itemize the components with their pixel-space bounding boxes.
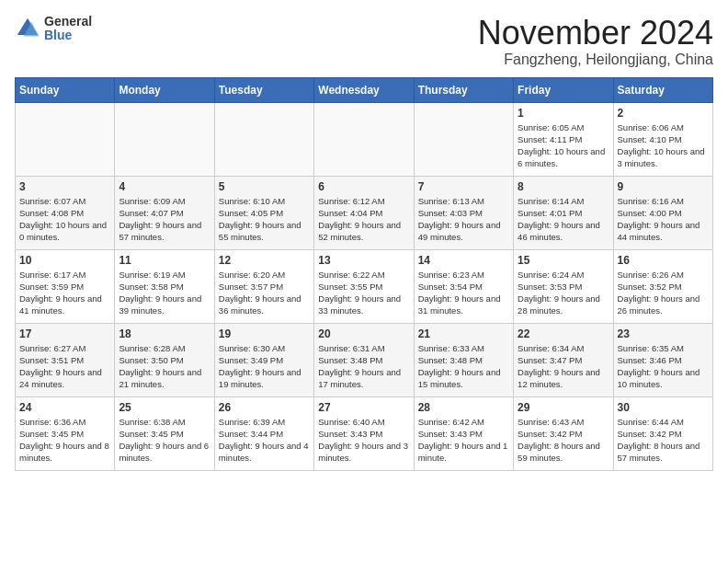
day-number: 13 xyxy=(318,254,409,267)
calendar-cell: 23Sunrise: 6:35 AM Sunset: 3:46 PM Dayli… xyxy=(613,323,712,396)
day-detail: Sunrise: 6:05 AM Sunset: 4:11 PM Dayligh… xyxy=(518,121,609,170)
logo-icon xyxy=(15,16,40,41)
day-number: 25 xyxy=(119,401,210,414)
header-row: SundayMondayTuesdayWednesdayThursdayFrid… xyxy=(16,77,713,102)
calendar-cell: 21Sunrise: 6:33 AM Sunset: 3:48 PM Dayli… xyxy=(414,323,513,396)
day-detail: Sunrise: 6:13 AM Sunset: 4:03 PM Dayligh… xyxy=(418,195,509,244)
day-detail: Sunrise: 6:44 AM Sunset: 3:42 PM Dayligh… xyxy=(618,416,709,465)
day-header-wednesday: Wednesday xyxy=(314,77,414,102)
calendar-cell: 12Sunrise: 6:20 AM Sunset: 3:57 PM Dayli… xyxy=(214,249,313,323)
logo-text: General Blue xyxy=(44,15,92,43)
calendar-cell: 7Sunrise: 6:13 AM Sunset: 4:03 PM Daylig… xyxy=(414,176,513,249)
day-number: 19 xyxy=(219,327,310,340)
day-number: 8 xyxy=(518,180,609,193)
day-detail: Sunrise: 6:12 AM Sunset: 4:04 PM Dayligh… xyxy=(318,195,409,244)
calendar-cell: 19Sunrise: 6:30 AM Sunset: 3:49 PM Dayli… xyxy=(214,323,313,396)
day-number: 26 xyxy=(219,401,310,414)
calendar-cell: 1Sunrise: 6:05 AM Sunset: 4:11 PM Daylig… xyxy=(514,102,613,176)
logo-blue: Blue xyxy=(44,29,92,42)
day-detail: Sunrise: 6:43 AM Sunset: 3:42 PM Dayligh… xyxy=(518,416,609,465)
day-header-friday: Friday xyxy=(514,77,613,102)
day-detail: Sunrise: 6:34 AM Sunset: 3:47 PM Dayligh… xyxy=(518,342,609,391)
calendar-cell: 14Sunrise: 6:23 AM Sunset: 3:54 PM Dayli… xyxy=(414,249,513,323)
day-detail: Sunrise: 6:30 AM Sunset: 3:49 PM Dayligh… xyxy=(219,342,310,391)
calendar-cell: 15Sunrise: 6:24 AM Sunset: 3:53 PM Dayli… xyxy=(514,249,613,323)
calendar-cell xyxy=(314,102,414,176)
calendar-cell: 24Sunrise: 6:36 AM Sunset: 3:45 PM Dayli… xyxy=(16,396,115,470)
week-row-1: 1Sunrise: 6:05 AM Sunset: 4:11 PM Daylig… xyxy=(16,102,713,176)
day-number: 6 xyxy=(318,180,409,193)
calendar-cell xyxy=(214,102,313,176)
day-detail: Sunrise: 6:19 AM Sunset: 3:58 PM Dayligh… xyxy=(119,269,210,317)
week-row-3: 10Sunrise: 6:17 AM Sunset: 3:59 PM Dayli… xyxy=(16,249,713,323)
logo: General Blue xyxy=(15,15,92,43)
day-number: 27 xyxy=(318,401,409,414)
day-detail: Sunrise: 6:31 AM Sunset: 3:48 PM Dayligh… xyxy=(318,342,409,391)
day-detail: Sunrise: 6:38 AM Sunset: 3:45 PM Dayligh… xyxy=(119,416,210,465)
day-number: 12 xyxy=(219,254,310,267)
page-header: General Blue November 2024 Fangzheng, He… xyxy=(15,15,713,68)
day-detail: Sunrise: 6:17 AM Sunset: 3:59 PM Dayligh… xyxy=(19,269,110,317)
calendar-cell: 9Sunrise: 6:16 AM Sunset: 4:00 PM Daylig… xyxy=(613,176,712,249)
day-number: 17 xyxy=(19,327,110,340)
location: Fangzheng, Heilongjiang, China xyxy=(478,52,713,68)
day-number: 21 xyxy=(418,327,509,340)
day-number: 18 xyxy=(119,327,210,340)
day-detail: Sunrise: 6:35 AM Sunset: 3:46 PM Dayligh… xyxy=(618,342,709,391)
day-number: 24 xyxy=(19,401,110,414)
calendar-cell: 2Sunrise: 6:06 AM Sunset: 4:10 PM Daylig… xyxy=(613,102,712,176)
calendar-cell: 8Sunrise: 6:14 AM Sunset: 4:01 PM Daylig… xyxy=(514,176,613,249)
day-number: 14 xyxy=(418,254,509,267)
calendar-cell: 13Sunrise: 6:22 AM Sunset: 3:55 PM Dayli… xyxy=(314,249,414,323)
day-number: 10 xyxy=(19,254,110,267)
calendar-table: SundayMondayTuesdayWednesdayThursdayFrid… xyxy=(15,77,713,471)
calendar-cell: 18Sunrise: 6:28 AM Sunset: 3:50 PM Dayli… xyxy=(115,323,214,396)
day-number: 5 xyxy=(219,180,310,193)
day-number: 9 xyxy=(618,180,709,193)
day-number: 28 xyxy=(418,401,509,414)
day-detail: Sunrise: 6:26 AM Sunset: 3:52 PM Dayligh… xyxy=(618,269,709,317)
day-header-saturday: Saturday xyxy=(613,77,712,102)
day-detail: Sunrise: 6:33 AM Sunset: 3:48 PM Dayligh… xyxy=(418,342,509,391)
day-number: 23 xyxy=(618,327,709,340)
day-number: 11 xyxy=(119,254,210,267)
calendar-cell: 6Sunrise: 6:12 AM Sunset: 4:04 PM Daylig… xyxy=(314,176,414,249)
day-detail: Sunrise: 6:28 AM Sunset: 3:50 PM Dayligh… xyxy=(119,342,210,391)
title-block: November 2024 Fangzheng, Heilongjiang, C… xyxy=(478,15,713,68)
calendar-cell: 4Sunrise: 6:09 AM Sunset: 4:07 PM Daylig… xyxy=(115,176,214,249)
week-row-5: 24Sunrise: 6:36 AM Sunset: 3:45 PM Dayli… xyxy=(16,396,713,470)
calendar-cell: 25Sunrise: 6:38 AM Sunset: 3:45 PM Dayli… xyxy=(115,396,214,470)
calendar-cell xyxy=(414,102,513,176)
day-header-thursday: Thursday xyxy=(414,77,513,102)
day-number: 29 xyxy=(518,401,609,414)
day-number: 22 xyxy=(518,327,609,340)
day-header-tuesday: Tuesday xyxy=(214,77,313,102)
day-number: 15 xyxy=(518,254,609,267)
day-detail: Sunrise: 6:07 AM Sunset: 4:08 PM Dayligh… xyxy=(19,195,110,244)
calendar-cell: 30Sunrise: 6:44 AM Sunset: 3:42 PM Dayli… xyxy=(613,396,712,470)
day-number: 16 xyxy=(618,254,709,267)
calendar-cell: 28Sunrise: 6:42 AM Sunset: 3:43 PM Dayli… xyxy=(414,396,513,470)
day-number: 1 xyxy=(518,107,609,120)
day-detail: Sunrise: 6:14 AM Sunset: 4:01 PM Dayligh… xyxy=(518,195,609,244)
day-number: 3 xyxy=(19,180,110,193)
calendar-cell: 20Sunrise: 6:31 AM Sunset: 3:48 PM Dayli… xyxy=(314,323,414,396)
calendar-cell: 22Sunrise: 6:34 AM Sunset: 3:47 PM Dayli… xyxy=(514,323,613,396)
calendar-cell: 10Sunrise: 6:17 AM Sunset: 3:59 PM Dayli… xyxy=(16,249,115,323)
day-detail: Sunrise: 6:16 AM Sunset: 4:00 PM Dayligh… xyxy=(618,195,709,244)
day-detail: Sunrise: 6:20 AM Sunset: 3:57 PM Dayligh… xyxy=(219,269,310,317)
day-detail: Sunrise: 6:42 AM Sunset: 3:43 PM Dayligh… xyxy=(418,416,509,465)
day-detail: Sunrise: 6:40 AM Sunset: 3:43 PM Dayligh… xyxy=(318,416,409,465)
calendar-cell: 27Sunrise: 6:40 AM Sunset: 3:43 PM Dayli… xyxy=(314,396,414,470)
day-number: 20 xyxy=(318,327,409,340)
day-number: 4 xyxy=(119,180,210,193)
day-header-monday: Monday xyxy=(115,77,214,102)
day-number: 7 xyxy=(418,180,509,193)
day-detail: Sunrise: 6:06 AM Sunset: 4:10 PM Dayligh… xyxy=(618,121,709,170)
week-row-2: 3Sunrise: 6:07 AM Sunset: 4:08 PM Daylig… xyxy=(16,176,713,249)
calendar-cell xyxy=(115,102,214,176)
calendar-cell: 5Sunrise: 6:10 AM Sunset: 4:05 PM Daylig… xyxy=(214,176,313,249)
day-number: 30 xyxy=(618,401,709,414)
day-detail: Sunrise: 6:22 AM Sunset: 3:55 PM Dayligh… xyxy=(318,269,409,317)
day-detail: Sunrise: 6:27 AM Sunset: 3:51 PM Dayligh… xyxy=(19,342,110,391)
